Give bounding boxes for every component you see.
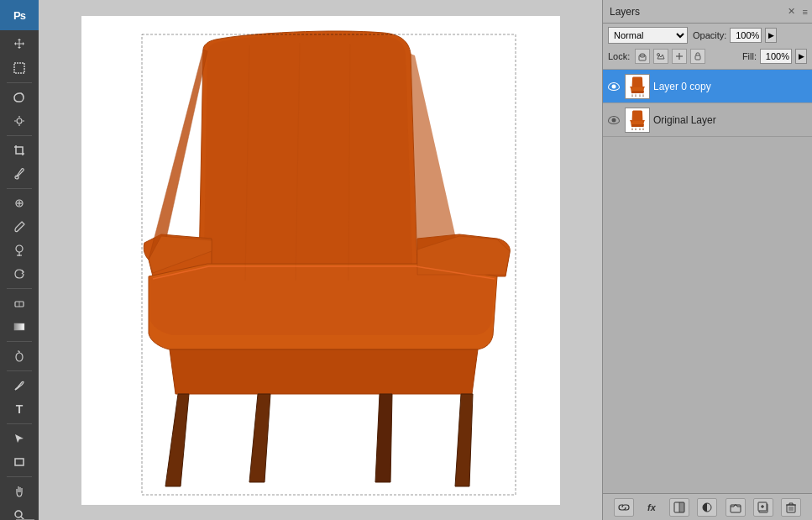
svg-point-10 [16, 245, 23, 252]
tool-group-top: T [0, 30, 39, 520]
panel-header: Layers ✕ ≡ [603, 0, 812, 24]
layers-panel: Layers ✕ ≡ Normal Dissolve Multiply Scre… [602, 0, 812, 520]
blend-mode-select[interactable]: Normal Dissolve Multiply Screen Overlay [608, 27, 688, 44]
layer-name-0-copy: Layer 0 copy [653, 81, 809, 92]
fill-label: Fill: [742, 51, 757, 61]
main-area [39, 0, 602, 520]
canvas-container [39, 0, 602, 520]
svg-point-28 [657, 54, 660, 56]
adjustment-layer-button[interactable] [697, 498, 717, 517]
svg-rect-13 [14, 323, 24, 330]
lock-fill-row: Lock: Fill: ▶ [608, 47, 807, 66]
panel-close-button[interactable]: ✕ [788, 6, 795, 17]
lock-position-button[interactable] [672, 49, 687, 64]
layer-item-0-copy[interactable]: Layer 0 copy [603, 70, 812, 103]
ps-logo: Ps [0, 0, 39, 30]
tool-divider-3 [7, 188, 32, 189]
history-brush-tool[interactable] [8, 263, 30, 285]
layer-name-original: Original Layer [653, 114, 809, 126]
type-tool[interactable]: T [8, 398, 30, 420]
eye-dot-0-copy [612, 84, 616, 88]
dodge-tool[interactable] [8, 345, 30, 367]
move-tool[interactable] [8, 34, 30, 55]
pen-tool[interactable] [8, 375, 30, 397]
gradient-tool[interactable] [8, 316, 30, 338]
layer-visibility-0-copy[interactable] [606, 79, 621, 94]
lock-label: Lock: [608, 51, 630, 61]
crop-tool[interactable] [8, 139, 30, 161]
fill-input[interactable] [760, 49, 792, 64]
tool-divider-7 [7, 423, 32, 424]
fill-arrow-button[interactable]: ▶ [795, 49, 807, 64]
svg-rect-18 [15, 459, 24, 465]
canvas [81, 16, 560, 505]
link-layers-button[interactable] [614, 498, 634, 517]
layer-item-original[interactable]: Original Layer [603, 103, 812, 137]
eye-dot-original [612, 118, 616, 122]
svg-point-14 [16, 353, 23, 361]
lock-image-pixels-button[interactable] [653, 49, 668, 64]
lock-transparency-button[interactable] [635, 49, 650, 64]
layer-visibility-original[interactable] [606, 113, 621, 128]
opacity-input[interactable] [730, 28, 762, 43]
healing-tool[interactable] [8, 192, 30, 214]
layer-effects-button[interactable]: fx [642, 498, 662, 517]
svg-point-19 [15, 511, 22, 517]
toolbar: Ps [0, 0, 39, 520]
panel-footer: fx [603, 493, 812, 520]
hand-tool[interactable] [8, 481, 30, 502]
panel-controls: Normal Dissolve Multiply Screen Overlay … [603, 24, 812, 70]
eye-icon-original [608, 116, 620, 124]
layers-list: Layer 0 copy [603, 70, 812, 493]
new-group-button[interactable] [726, 498, 746, 517]
tool-divider-4 [7, 288, 32, 289]
path-select-tool[interactable] [8, 428, 30, 449]
opacity-label: Opacity: [693, 30, 726, 40]
tool-divider-5 [7, 341, 32, 342]
layer-thumb-original [625, 108, 650, 133]
blend-opacity-row: Normal Dissolve Multiply Screen Overlay … [608, 27, 807, 44]
panel-menu-button[interactable]: ≡ [803, 7, 808, 17]
panel-title: Layers [610, 6, 640, 18]
tool-divider-1 [7, 82, 32, 83]
zoom-tool[interactable] [8, 504, 30, 520]
fill-row: Fill: ▶ [742, 49, 807, 64]
eyedropper-tool[interactable] [8, 163, 30, 185]
opacity-row: Opacity: ▶ [693, 28, 777, 43]
tool-divider-8 [7, 476, 32, 477]
lasso-tool[interactable] [8, 87, 30, 108]
eraser-tool[interactable] [8, 292, 30, 314]
new-layer-button[interactable] [753, 498, 773, 517]
eye-icon-0-copy [608, 82, 620, 91]
svg-rect-0 [14, 63, 24, 73]
opacity-arrow-button[interactable]: ▶ [765, 28, 777, 43]
tool-divider-2 [7, 135, 32, 136]
svg-point-5 [17, 118, 22, 123]
tool-divider-6 [7, 370, 32, 371]
clone-stamp-tool[interactable] [8, 239, 30, 261]
magic-wand-tool[interactable] [8, 110, 30, 132]
delete-layer-button[interactable] [781, 498, 801, 517]
brush-tool[interactable] [8, 216, 30, 238]
shape-tool[interactable] [8, 451, 30, 473]
layer-thumb-0-copy [625, 74, 650, 99]
svg-rect-31 [695, 55, 700, 60]
lock-row: Lock: [608, 49, 705, 64]
chair-image [81, 16, 560, 503]
svg-rect-37 [731, 505, 741, 512]
selection-tool[interactable] [8, 57, 30, 79]
lock-all-button[interactable] [690, 49, 705, 64]
svg-rect-35 [679, 502, 684, 512]
layer-mask-button[interactable] [669, 498, 689, 517]
